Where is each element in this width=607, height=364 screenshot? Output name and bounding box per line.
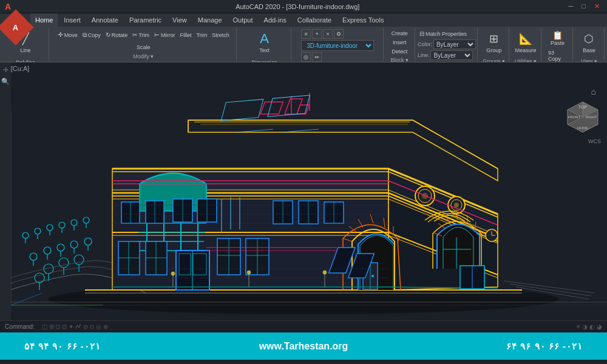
block-tools: Create Insert Detect: [390, 29, 410, 56]
base-icon: ⬡: [582, 30, 596, 47]
ribbon-group-annotation: A Text Dimension Leader Table Annotation…: [238, 28, 291, 61]
command-line: Command:: [5, 323, 35, 330]
insert-block-button[interactable]: Insert: [391, 38, 409, 47]
title-bar: A AutoCAD 2020 - [3D-furniture-indoor.dw…: [0, 0, 607, 13]
svg-text:TOP: TOP: [578, 105, 588, 109]
ribbon-group-groups: ⊞ Group Groups ▾: [479, 28, 509, 61]
mirror-button[interactable]: ⊢Mirror: [152, 30, 177, 39]
svg-point-133: [247, 271, 251, 274]
match-properties-button[interactable]: ⊟Match Properties: [418, 29, 469, 38]
dimension-button[interactable]: Dimension: [249, 58, 279, 62]
building-drawing: [0, 62, 607, 320]
svg-rect-83: [118, 241, 140, 275]
website-link: www.Tarhestan.org: [259, 341, 348, 352]
text-button[interactable]: A Text: [256, 29, 274, 57]
status-bar: Command: ◫ ⊞ ⊡ ⊟ ✦ 🗲 ⊘ ⊙ ◎ ⊕ ☀ ◑ ◐ ◕: [0, 320, 607, 332]
viewport: [-][Cu:A] ✛ 🔍: [0, 62, 607, 320]
properties-group-label: Properties ▾: [432, 61, 462, 62]
array-button[interactable]: Scale: [135, 43, 152, 52]
tab-annotate[interactable]: Annotate: [87, 13, 123, 27]
utilities-group-label: Utilities ▾: [515, 58, 537, 62]
tab-view[interactable]: View: [168, 13, 192, 27]
svg-point-67: [371, 275, 374, 277]
group-button[interactable]: ⊞ Group: [484, 29, 503, 57]
ribbon-group-properties: ⊟Match Properties Color: ByLayer Line: B…: [416, 28, 478, 61]
match-layer-icon[interactable]: ⇔: [312, 52, 322, 62]
ribbon-group-utilities: 📐 Measure Utilities ▾: [510, 28, 541, 61]
view-cube[interactable]: TOP RIGHT FRONT HOME: [565, 99, 601, 135]
pan-tool[interactable]: ✛: [1, 65, 10, 75]
tab-addins[interactable]: Add-ins: [259, 13, 291, 27]
move-button[interactable]: ✛Move: [56, 30, 80, 40]
text-icon: A: [257, 30, 272, 47]
ribbon-group-block: Create Insert Detect Block ▾: [385, 28, 415, 61]
lower-windows-center-left: [146, 241, 167, 275]
base-button[interactable]: ⬡ Base: [580, 29, 598, 57]
copy-button[interactable]: ⧉Copy: [81, 30, 103, 40]
modify-tools: ✛Move ⧉Copy ↻Rotate ✂Trim ⊢Mirror Fillet: [54, 29, 232, 52]
svg-point-79: [454, 203, 459, 207]
view-controls: ☀ ◑ ◐ ◕: [575, 323, 602, 330]
svg-point-131: [171, 272, 175, 275]
polyline-button[interactable]: Polyline: [14, 58, 37, 62]
restore-button[interactable]: □: [579, 2, 588, 10]
tab-collaborate[interactable]: Collaborate: [293, 13, 336, 27]
stretch-button[interactable]: Trim: [195, 31, 209, 39]
tab-manage[interactable]: Manage: [193, 13, 227, 27]
measure-button[interactable]: 📐 Measure: [514, 29, 538, 57]
ribbon-tab-bar: Home Insert Annotate Parametric View Man…: [0, 13, 607, 27]
tab-output[interactable]: Output: [228, 13, 258, 27]
properties-tools: ⊟Match Properties Color: ByLayer Line: B…: [418, 29, 476, 60]
svg-rect-86: [146, 241, 167, 275]
modify-group-label: Modify ▾: [133, 53, 154, 59]
lower-windows-center-right: [246, 238, 269, 275]
color-dropdown[interactable]: ByLayer: [433, 39, 476, 49]
ribbon-group-view: ⬡ Base View ▾: [574, 28, 605, 61]
close-button[interactable]: ✕: [592, 2, 602, 10]
group-icon: ⊞: [487, 30, 501, 47]
clock-element: [486, 229, 498, 241]
lower-windows-left: [118, 241, 140, 275]
right-entrance: [460, 266, 484, 289]
minimize-button[interactable]: ─: [566, 2, 576, 10]
svg-text:RIGHT: RIGHT: [586, 115, 597, 119]
tab-insert[interactable]: Insert: [59, 13, 86, 27]
create-block-button[interactable]: Create: [390, 29, 410, 38]
wcs-label: WCS: [588, 138, 601, 144]
svg-text:HOME: HOME: [577, 126, 588, 130]
detect-button[interactable]: Detect: [390, 47, 409, 56]
utilities-tools: 📐 Measure: [514, 29, 538, 57]
ribbon-group-clipboard: 📋 Paste 93 Copy Clipboard: [543, 28, 573, 61]
paste-button[interactable]: 📋 Paste: [549, 29, 566, 47]
autocad-logo: A: [13, 22, 18, 32]
svg-text:FRONT: FRONT: [568, 115, 581, 119]
layer-icon[interactable]: ≡: [301, 29, 311, 39]
fillet-button[interactable]: Fillet: [178, 31, 194, 39]
ribbon: A Home Insert Annotate Parametric View M…: [0, 13, 607, 62]
rotate-button[interactable]: ↻Rotate: [104, 30, 130, 39]
phone-right: ۰۲۱- ۶۶ ۹۰ ۹۶ ۶۴: [506, 341, 583, 352]
layer-dropdown[interactable]: 3D-furniture-indoor: [301, 40, 374, 51]
scale-button[interactable]: Stretch: [210, 31, 231, 39]
trim-button[interactable]: ✂Trim: [131, 30, 151, 39]
linetype-dropdown[interactable]: ByLayer: [430, 50, 473, 60]
make-current-icon[interactable]: ◎: [301, 52, 311, 62]
annotation-tools: A Text Dimension Leader Table: [242, 29, 287, 62]
ribbon-group-modify: ✛Move ⧉Copy ↻Rotate ✂Trim ⊢Mirror Fillet: [50, 28, 237, 61]
layers-tools: ≡ + × ⚙ 3D-furniture-indoor ◎ ⇔: [301, 29, 374, 62]
tab-home[interactable]: Home: [30, 13, 58, 27]
main-double-door: [176, 251, 209, 290]
clipboard-copy-button[interactable]: 93 Copy: [546, 49, 569, 62]
tab-express[interactable]: Express Tools: [337, 13, 388, 27]
layer-settings-icon[interactable]: ⚙: [334, 29, 344, 39]
clipboard-tools: 📋 Paste 93 Copy: [546, 29, 569, 62]
home-icon[interactable]: ⌂: [591, 87, 596, 96]
block-group-label: Block ▾: [390, 57, 409, 62]
zoom-tool[interactable]: 🔍: [1, 76, 10, 86]
measure-icon: 📐: [518, 30, 533, 47]
tab-parametric[interactable]: Parametric: [124, 13, 166, 27]
groups-group-label: Groups ▾: [483, 58, 505, 62]
layer-new-icon[interactable]: +: [312, 29, 322, 39]
layer-delete-icon[interactable]: ×: [323, 29, 333, 39]
groups-tools: ⊞ Group: [484, 29, 503, 57]
